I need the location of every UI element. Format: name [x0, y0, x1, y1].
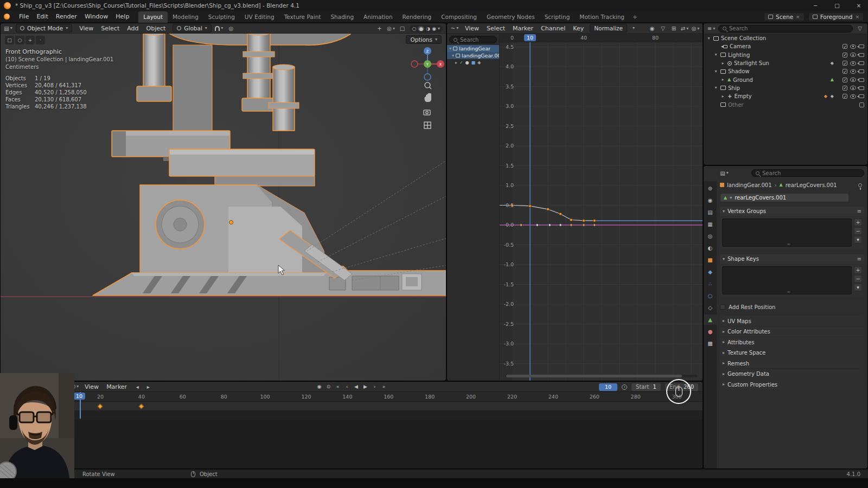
properties-editor[interactable]: ▤▾ Search landingGear.001 › ▲ rearLegCov… — [703, 165, 868, 469]
vertex-group-specials-button[interactable]: ▾ — [854, 236, 862, 243]
viewport-menu-add[interactable]: Add — [123, 24, 142, 33]
current-frame-field[interactable]: 10 — [599, 383, 617, 391]
exclude-checkbox[interactable] — [843, 69, 847, 74]
proportional-icon[interactable]: ◎▾ — [691, 24, 700, 33]
transport-next-keyframe[interactable]: › — [371, 383, 379, 390]
hide-eye-icon[interactable] — [850, 53, 856, 57]
curve-plot-area[interactable]: 04080 10 4.54.03.53.02.52.01.51.00.50.0-… — [500, 34, 703, 381]
outliner-row-scene-collection[interactable]: ▾Scene Collection — [704, 34, 867, 42]
viewport-menu-select[interactable]: Select — [97, 24, 123, 33]
options-dropdown[interactable]: Options▾ — [406, 35, 442, 44]
graph-editor[interactable]: ~▾ ViewSelectMarkerChannelKey Normalize … — [446, 23, 703, 381]
remove-shape-key-button[interactable]: − — [854, 275, 862, 282]
outliner-editor[interactable]: ≡▾ Search ▽ ▾Scene Collection▸Camera▾Lig… — [703, 23, 868, 165]
jump-next-marker-icon[interactable]: ▸ — [144, 383, 152, 391]
editor-type-button[interactable]: ▤▾ — [4, 24, 12, 33]
outliner-row-ship[interactable]: ▾Ship — [704, 84, 867, 92]
orientation-dropdown[interactable]: Global ▾ — [173, 24, 212, 33]
exclude-checkbox[interactable] — [843, 44, 847, 49]
frame-ruler[interactable]: 04080 10 — [500, 34, 703, 42]
xray-toggle-icon[interactable]: □ — [398, 24, 407, 33]
menu-help[interactable]: Help — [112, 12, 133, 21]
expand-icon[interactable]: ▸ — [455, 61, 457, 65]
app-menu-icon[interactable] — [4, 14, 10, 20]
outliner-row-camera[interactable]: ▸Camera — [704, 42, 867, 50]
outliner-row-other[interactable]: ▸Other — [704, 100, 867, 108]
panel-header-shape-keys[interactable]: ▾ Shape Keys ≡ — [720, 254, 864, 264]
exclude-checkbox[interactable] — [843, 53, 847, 57]
render-visibility-icon[interactable] — [859, 44, 864, 48]
channel-search-input[interactable]: Search — [449, 36, 497, 43]
remove-vertex-group-button[interactable]: − — [854, 227, 862, 235]
keyframe-diamond[interactable] — [98, 404, 103, 409]
menu-edit[interactable]: Edit — [33, 12, 52, 21]
timeline-ruler[interactable]: 2040608010012014016018020022024026028030… — [1, 392, 703, 402]
properties-search-input[interactable]: Search — [751, 169, 864, 177]
timeline-menu-marker[interactable]: Marker — [103, 382, 131, 391]
show-gizmo-icon[interactable]: + — [375, 24, 384, 33]
properties-tab-object[interactable]: ■ — [704, 255, 717, 265]
playhead-frame-label[interactable]: 10 — [73, 393, 85, 400]
list-resize-grip[interactable]: ≡ — [787, 290, 791, 294]
expand-icon[interactable]: ▾ — [713, 69, 718, 74]
panel-geometry-data[interactable]: ▸Geometry Data — [720, 369, 864, 379]
properties-tab-scene[interactable]: ◎ — [704, 231, 717, 241]
add-rest-position-row[interactable]: Add Rest Position — [720, 302, 864, 312]
transport-jump-end[interactable]: » — [380, 383, 388, 390]
wireframe-shading-icon[interactable]: ○ — [412, 26, 417, 31]
outliner-row-lighting[interactable]: ▾Lighting — [704, 51, 867, 59]
graph-menu-key[interactable]: Key — [569, 24, 588, 33]
panel-custom-properties[interactable]: ▸Custom Properties — [720, 380, 864, 389]
render-visibility-icon[interactable] — [859, 53, 864, 57]
select-tool-icon[interactable]: □ — [5, 36, 14, 44]
graph-menu-channel[interactable]: Channel — [537, 24, 569, 33]
render-visibility-icon[interactable] — [859, 94, 864, 98]
timeline-menu-view[interactable]: View — [81, 382, 103, 391]
workspace-tab-rendering[interactable]: Rendering — [398, 11, 437, 23]
editor-type-button[interactable]: ≡▾ — [707, 24, 716, 33]
properties-tab-particles[interactable]: ∴ — [704, 279, 717, 289]
solo-channel-icon[interactable]: ● — [465, 61, 469, 65]
transport-jump-start[interactable]: « — [334, 383, 342, 390]
menu-render[interactable]: Render — [52, 12, 81, 21]
horizontal-scrollbar[interactable] — [505, 375, 697, 377]
properties-tab-output[interactable]: ▤ — [704, 207, 717, 217]
keyframe-diamond[interactable] — [138, 404, 144, 409]
annotate-tool-icon[interactable]: · — [36, 36, 45, 44]
hide-eye-icon[interactable] — [850, 86, 856, 90]
graph-menu-view[interactable]: View — [461, 24, 483, 33]
add-workspace-button[interactable]: + — [629, 11, 641, 23]
maximize-button[interactable]: □ — [833, 3, 841, 9]
transport-sync[interactable]: ⊙ — [324, 383, 333, 390]
normalize-options-icon[interactable]: ▾ — [629, 24, 638, 33]
datablock-name-field[interactable]: ▲ ▾ rearLegCovers.001 — [720, 193, 849, 202]
scene-selector[interactable]: Scene × — [764, 12, 805, 21]
hide-eye-icon[interactable] — [850, 94, 856, 99]
expand-icon[interactable]: ▾ — [449, 47, 451, 51]
panel-attributes[interactable]: ▸Attributes — [720, 337, 864, 347]
cursor-tool-icon[interactable]: ○ — [15, 36, 24, 44]
outliner-row-starlight-sun[interactable]: ▸Starlight Sun◈ — [704, 59, 867, 67]
snap-icon[interactable]: ⇄▾ — [680, 24, 689, 33]
transport-prev-keyframe[interactable]: ‹ — [343, 383, 351, 390]
expand-icon[interactable]: ▸ — [720, 78, 725, 82]
transport-play[interactable]: ▶ — [361, 383, 369, 390]
workspace-tab-modeling[interactable]: Modeling — [168, 11, 203, 23]
exclude-checkbox[interactable] — [843, 86, 847, 91]
workspace-tab-scripting[interactable]: Scripting — [540, 11, 575, 23]
outliner-row-shadow[interactable]: ▾Shadow — [704, 67, 867, 75]
properties-tab-view-layer[interactable]: ▦ — [704, 219, 717, 229]
render-visibility-icon[interactable] — [859, 61, 864, 65]
editor-type-button[interactable]: ~▾ — [450, 24, 459, 33]
add-shape-key-button[interactable]: + — [854, 266, 862, 274]
current-frame-indicator[interactable]: 10 — [524, 34, 536, 41]
navigation-gizmo[interactable]: Z X Y — [411, 47, 444, 80]
panel-uv-maps[interactable]: ▸UV Maps — [720, 316, 864, 326]
graph-channel-row[interactable]: ▾landingGear.001/ — [447, 52, 499, 59]
channel-region[interactable]: Search ▾landingGear▾landingGear.001/ ▸ ✓… — [447, 34, 500, 381]
exclude-checkbox[interactable] — [843, 94, 847, 99]
panel-header-vertex-groups[interactable]: ▾ Vertex Groups ≡ — [720, 207, 864, 216]
ghost-curves-icon[interactable]: ◉ — [648, 24, 656, 33]
graph-menu-select[interactable]: Select — [483, 24, 509, 33]
unlink-view-layer-icon[interactable]: × — [855, 14, 859, 20]
